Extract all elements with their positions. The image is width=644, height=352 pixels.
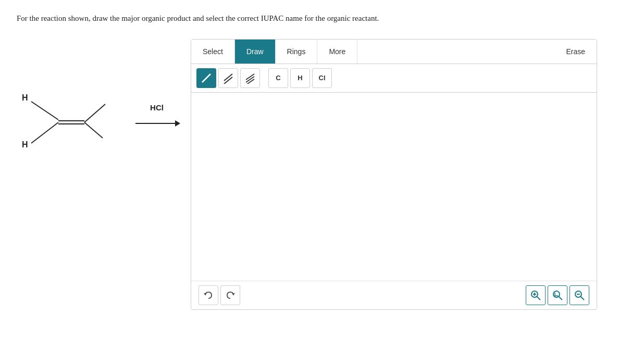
zoom-in-button[interactable] bbox=[526, 285, 546, 305]
svg-marker-9 bbox=[175, 120, 180, 127]
erase-button[interactable]: Erase bbox=[554, 40, 597, 64]
undo-button[interactable] bbox=[199, 285, 218, 305]
triple-bond-button[interactable] bbox=[240, 68, 260, 88]
svg-line-3 bbox=[31, 122, 58, 143]
bottom-right-controls bbox=[526, 285, 589, 305]
svg-line-6 bbox=[84, 104, 105, 122]
triple-bond-icon bbox=[244, 72, 256, 84]
single-bond-button[interactable] bbox=[196, 68, 216, 88]
svg-line-25 bbox=[581, 296, 585, 300]
svg-point-22 bbox=[553, 291, 560, 297]
main-layout: H H HCl Select bbox=[17, 39, 627, 310]
svg-line-11 bbox=[224, 74, 232, 81]
single-bond-icon bbox=[201, 72, 212, 84]
svg-line-10 bbox=[202, 74, 210, 82]
hydrogen-atom-button[interactable]: H bbox=[290, 68, 310, 88]
svg-line-19 bbox=[537, 296, 541, 300]
redo-icon bbox=[225, 290, 236, 300]
svg-marker-17 bbox=[232, 293, 235, 295]
draw-panel: Select Draw Rings More Erase bbox=[191, 39, 597, 310]
zoom-fit-icon bbox=[552, 290, 563, 301]
draw-button[interactable]: Draw bbox=[235, 40, 276, 64]
sub-toolbar: C H Cl bbox=[191, 64, 597, 93]
reagent-label: HCl bbox=[150, 103, 164, 112]
svg-line-7 bbox=[84, 122, 103, 138]
select-button[interactable]: Select bbox=[191, 40, 235, 64]
svg-text:H: H bbox=[22, 93, 28, 102]
svg-line-12 bbox=[224, 77, 232, 84]
svg-line-13 bbox=[246, 74, 254, 80]
undo-icon bbox=[203, 290, 214, 300]
draw-canvas[interactable] bbox=[191, 93, 597, 281]
zoom-out-icon bbox=[574, 290, 585, 301]
carbon-atom-button[interactable]: C bbox=[268, 68, 288, 88]
double-bond-button[interactable] bbox=[218, 68, 238, 88]
rings-button[interactable]: Rings bbox=[276, 40, 318, 64]
svg-line-23 bbox=[559, 296, 563, 300]
zoom-in-icon bbox=[530, 290, 541, 301]
bottom-left-controls bbox=[199, 285, 240, 305]
svg-line-14 bbox=[246, 77, 254, 82]
svg-marker-16 bbox=[204, 293, 207, 295]
reactant-molecule: H H bbox=[17, 70, 121, 164]
svg-line-2 bbox=[31, 102, 58, 120]
instruction-text: For the reaction shown, draw the major o… bbox=[17, 12, 627, 24]
reaction-arrow-area: HCl bbox=[133, 103, 180, 131]
redo-button[interactable] bbox=[220, 285, 240, 305]
double-bond-icon bbox=[222, 72, 234, 84]
zoom-out-button[interactable] bbox=[569, 285, 589, 305]
chlorine-atom-button[interactable]: Cl bbox=[312, 68, 332, 88]
bottom-toolbar bbox=[191, 281, 597, 309]
toolbar: Select Draw Rings More Erase bbox=[191, 40, 597, 64]
left-panel: H H HCl bbox=[17, 70, 180, 164]
zoom-fit-button[interactable] bbox=[548, 285, 567, 305]
more-button[interactable]: More bbox=[317, 40, 357, 64]
svg-text:H: H bbox=[22, 140, 28, 149]
reaction-arrow bbox=[133, 116, 180, 131]
